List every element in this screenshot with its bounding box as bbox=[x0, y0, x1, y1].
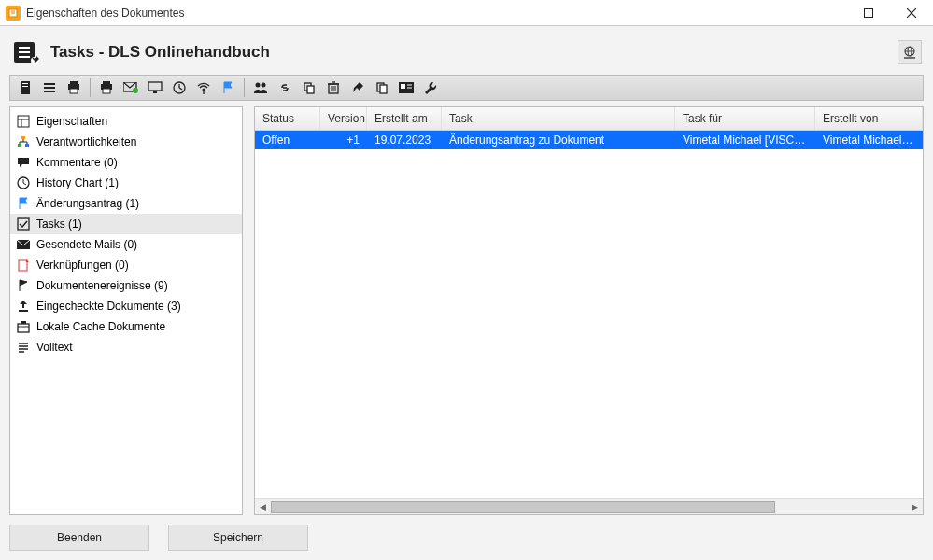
sidebar-item-kommentare[interactable]: Kommentare (0) bbox=[10, 152, 242, 173]
svg-line-64 bbox=[23, 183, 26, 185]
sidebar-item-label: Änderungsantrag (1) bbox=[36, 197, 139, 210]
toolbar-mail-icon[interactable] bbox=[120, 77, 142, 99]
content-row: Eigenschaften Verantwortlichkeiten Komme… bbox=[9, 106, 924, 515]
text-icon bbox=[16, 340, 31, 355]
tasks-header-icon bbox=[11, 37, 41, 67]
titlebar-text: Eigenschaften des Dokumentes bbox=[26, 7, 847, 20]
svg-point-28 bbox=[133, 88, 138, 93]
sidebar-item-ereignisse[interactable]: Dokumentenereignisse (9) bbox=[10, 275, 242, 296]
toolbar-list-icon[interactable] bbox=[38, 77, 61, 99]
toolbar-flag-icon[interactable] bbox=[217, 77, 239, 99]
link-icon bbox=[16, 258, 31, 273]
th-version[interactable]: Version bbox=[320, 107, 367, 130]
toolbar-users-icon[interactable] bbox=[249, 77, 272, 99]
page-title: Tasks - DLS Onlinehandbuch bbox=[50, 43, 888, 62]
svg-rect-29 bbox=[148, 82, 162, 91]
td-task: Änderungsantrag zu Dokument bbox=[442, 131, 675, 149]
sidebar-item-history[interactable]: History Chart (1) bbox=[10, 173, 242, 193]
toolbar-copy-icon[interactable] bbox=[298, 77, 320, 99]
speichern-button[interactable]: Speichern bbox=[168, 525, 308, 551]
svg-rect-47 bbox=[380, 85, 387, 93]
toolbar-print-icon[interactable] bbox=[63, 77, 85, 99]
svg-rect-16 bbox=[22, 83, 28, 84]
toolbar bbox=[9, 75, 924, 101]
svg-rect-39 bbox=[307, 86, 314, 93]
svg-rect-55 bbox=[21, 136, 25, 139]
cache-icon bbox=[16, 319, 31, 334]
toolbar-clock-icon[interactable] bbox=[168, 77, 191, 99]
toolbar-separator bbox=[90, 78, 91, 97]
sidebar-item-label: History Chart (1) bbox=[36, 176, 119, 189]
toolbar-print2-icon[interactable] bbox=[95, 77, 118, 99]
th-erstellt-von[interactable]: Erstellt von bbox=[815, 107, 923, 130]
tasks-icon bbox=[16, 217, 31, 231]
horizontal-scrollbar[interactable]: ◀ ▶ bbox=[255, 498, 923, 514]
app-icon bbox=[6, 6, 21, 21]
close-button[interactable] bbox=[890, 0, 933, 26]
svg-rect-17 bbox=[22, 86, 28, 87]
maximize-button[interactable] bbox=[847, 0, 890, 26]
th-task-fuer[interactable]: Task für bbox=[675, 107, 815, 130]
table-row[interactable]: Offen +1 19.07.2023 Änderungsantrag zu D… bbox=[255, 131, 923, 149]
sidebar-item-label: Eingecheckte Dokumente (3) bbox=[36, 300, 181, 313]
sidebar-item-cache[interactable]: Lokale Cache Dokumente bbox=[10, 316, 242, 337]
svg-rect-3 bbox=[865, 8, 873, 17]
svg-rect-65 bbox=[18, 218, 29, 230]
svg-line-33 bbox=[179, 88, 182, 90]
th-erstellt-am[interactable]: Erstellt am bbox=[367, 107, 442, 130]
sidebar-item-verknuepfungen[interactable]: Verknüpfungen (0) bbox=[10, 255, 242, 275]
sidebar-item-label: Lokale Cache Dokumente bbox=[36, 320, 165, 333]
sidebar-item-label: Gesendete Mails (0) bbox=[36, 238, 137, 251]
toolbar-monitor-icon[interactable] bbox=[144, 77, 166, 99]
sidebar: Eigenschaften Verantwortlichkeiten Komme… bbox=[9, 106, 243, 515]
toolbar-delete-icon[interactable] bbox=[322, 77, 345, 99]
sidebar-item-aenderungsantrag[interactable]: Änderungsantrag (1) bbox=[10, 193, 242, 214]
svg-rect-26 bbox=[103, 89, 110, 93]
toolbar-antenna-icon[interactable] bbox=[192, 77, 215, 99]
toolbar-link-icon[interactable] bbox=[274, 77, 296, 99]
sidebar-item-volltext[interactable]: Volltext bbox=[10, 337, 242, 357]
scroll-left-button[interactable]: ◀ bbox=[255, 499, 271, 515]
sidebar-item-tasks[interactable]: Tasks (1) bbox=[10, 214, 242, 234]
sidebar-item-eingecheckte[interactable]: Eingecheckte Dokumente (3) bbox=[10, 296, 242, 316]
th-status[interactable]: Status bbox=[255, 107, 320, 130]
toolbar-pin-icon[interactable] bbox=[346, 77, 369, 99]
td-status: Offen bbox=[255, 131, 320, 149]
clock-icon bbox=[16, 175, 31, 190]
sidebar-item-label: Verantwortlichkeiten bbox=[36, 135, 136, 148]
sidebar-item-label: Kommentare (0) bbox=[36, 156, 118, 169]
toolbar-properties-icon[interactable] bbox=[14, 77, 36, 99]
upload-icon bbox=[16, 299, 31, 314]
scroll-right-button[interactable]: ▶ bbox=[907, 499, 923, 515]
svg-rect-21 bbox=[70, 81, 78, 84]
svg-rect-57 bbox=[25, 144, 29, 147]
td-version: +1 bbox=[320, 131, 367, 149]
header-row: Tasks - DLS Onlinehandbuch bbox=[9, 34, 924, 69]
table-panel: Status Version Erstellt am Task Task für… bbox=[254, 106, 924, 515]
scroll-thumb[interactable] bbox=[271, 501, 775, 513]
svg-point-37 bbox=[262, 83, 266, 88]
svg-point-36 bbox=[256, 83, 261, 88]
td-erstellt-von: Vimetal Michael [VI bbox=[815, 131, 923, 149]
svg-rect-49 bbox=[401, 84, 405, 89]
toolbar-card-icon[interactable] bbox=[395, 77, 417, 99]
th-task[interactable]: Task bbox=[442, 107, 675, 130]
flag-icon bbox=[16, 196, 31, 211]
globe-button[interactable] bbox=[898, 40, 922, 64]
toolbar-wrench-icon[interactable] bbox=[419, 77, 442, 99]
svg-rect-23 bbox=[70, 89, 78, 93]
footer-row: Beenden Speichern bbox=[9, 521, 924, 551]
sidebar-item-eigenschaften[interactable]: Eigenschaften bbox=[10, 111, 242, 132]
sidebar-item-mails[interactable]: Gesendete Mails (0) bbox=[10, 234, 242, 255]
main-container: Tasks - DLS Onlinehandbuch Eigenschaften bbox=[0, 26, 933, 560]
sidebar-item-label: Volltext bbox=[36, 341, 73, 354]
org-icon bbox=[16, 134, 31, 149]
svg-rect-56 bbox=[18, 144, 21, 147]
toolbar-paste-icon[interactable] bbox=[371, 77, 393, 99]
sidebar-item-label: Tasks (1) bbox=[36, 217, 82, 231]
flag-outline-icon bbox=[16, 278, 31, 293]
svg-rect-71 bbox=[21, 321, 26, 324]
beenden-button[interactable]: Beenden bbox=[9, 525, 149, 551]
table-header: Status Version Erstellt am Task Task für… bbox=[255, 107, 923, 131]
sidebar-item-verantwortlichkeiten[interactable]: Verantwortlichkeiten bbox=[10, 132, 242, 152]
